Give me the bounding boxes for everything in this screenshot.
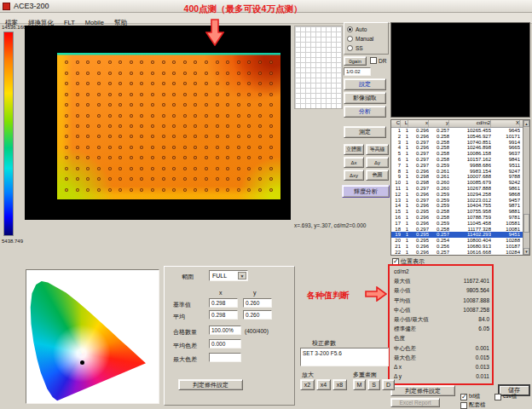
pack-file-checkbox[interactable]: 配套檔 xyxy=(460,401,486,409)
table-cell: 12 xyxy=(391,192,401,198)
table-scrollbar[interactable]: ▲ ▼ xyxy=(523,120,529,255)
measure-point-dot xyxy=(205,60,208,64)
stat-row: 中心值10087.258 xyxy=(391,305,492,314)
color-area-button[interactable]: 色圖 xyxy=(366,170,389,181)
table-cell: 1 xyxy=(401,163,408,169)
table-cell: 0.296 xyxy=(408,203,429,209)
measure-point-dot xyxy=(130,167,133,170)
measure-point-dot xyxy=(172,82,176,85)
zoom-x4-button[interactable]: x4 xyxy=(316,379,331,390)
zoom-x8-button[interactable]: x8 xyxy=(332,379,347,390)
settings-button[interactable]: 設定 xyxy=(344,78,386,90)
zoom-x2-button[interactable]: x2 xyxy=(300,379,315,390)
measure-button[interactable]: 測定 xyxy=(344,126,386,138)
table-row[interactable]: 2210.2960.25710616.66810284 xyxy=(391,250,523,255)
reference-y-input[interactable]: 0.260 xyxy=(243,298,272,308)
delta-x-button[interactable]: Δx xyxy=(344,157,364,168)
measure-point-dot xyxy=(247,146,251,149)
luminance-heatmap[interactable] xyxy=(57,53,280,199)
judge-settings-button[interactable]: 判定條件設定 xyxy=(390,385,455,396)
table-row[interactable]: 210.2960.25810546.92710171 xyxy=(391,134,523,140)
analyze-button[interactable]: 分析 xyxy=(344,106,386,118)
measure-point-dot xyxy=(65,135,68,138)
table-row[interactable]: 1910.2950.25711402.2939451 xyxy=(391,232,523,238)
gain-button[interactable]: 0gain xyxy=(344,56,367,66)
table-row[interactable]: 1110.2970.26010267.8889861 xyxy=(391,186,523,192)
table-cell: 8 xyxy=(391,169,401,175)
image-capture-button[interactable]: 影像擷取 xyxy=(344,92,386,104)
range-select[interactable]: FULL ▼ xyxy=(209,270,248,281)
radio-auto[interactable]: Auto xyxy=(347,25,385,34)
table-cell: 9247 xyxy=(491,169,520,175)
table-row[interactable]: 910.2980.26110007.6889788 xyxy=(391,174,523,180)
table-row[interactable]: 2110.2960.25610680.91310187 xyxy=(391,244,523,250)
multi-d-button[interactable]: D xyxy=(382,379,395,390)
table-row[interactable]: 610.2970.25810157.1629841 xyxy=(391,157,523,163)
table-cell: 9861 xyxy=(491,186,520,192)
table-cell: 0.297 xyxy=(408,163,429,169)
scroll-down-icon[interactable]: ▼ xyxy=(523,248,529,255)
dr-checkbox[interactable]: DR xyxy=(370,57,386,64)
stat-value: 10087.888 xyxy=(463,296,489,305)
table-row[interactable]: 310.2970.25810740.8519914 xyxy=(391,140,523,146)
table-row[interactable]: 410.2960.25810246.8989665 xyxy=(391,145,523,151)
exposure-field[interactable]: 1/0.02 xyxy=(344,67,371,76)
measure-point-dot xyxy=(269,60,273,64)
table-row[interactable]: 510.2970.25810086.1589637 xyxy=(391,151,523,157)
table-row[interactable]: 710.2970.2599988.6869511 xyxy=(391,163,523,169)
measure-point-dot xyxy=(183,114,187,118)
measure-point-dot xyxy=(130,93,133,96)
table-cell: 0.295 xyxy=(408,232,429,238)
measure-point-dot xyxy=(162,156,165,159)
table-row[interactable]: 1610.2960.25810788.7599781 xyxy=(391,215,523,221)
measure-point-dot xyxy=(151,60,154,64)
measure-point-dot xyxy=(162,167,165,170)
scroll-thumb[interactable] xyxy=(523,214,529,233)
contour-button[interactable]: 等高線 xyxy=(366,144,389,155)
table-row[interactable]: 1810.2970.25811177.32810081 xyxy=(391,227,523,233)
scroll-up-icon[interactable]: ▲ xyxy=(523,120,529,127)
table-cell: 1 xyxy=(401,238,408,244)
measurement-points-grid xyxy=(61,57,276,195)
multi-s-button[interactable]: S xyxy=(367,379,380,390)
csv-file-checkbox[interactable]: csv檔 xyxy=(494,393,517,400)
reference-x-input[interactable]: 0.298 xyxy=(209,298,238,308)
measure-point-dot xyxy=(205,124,208,128)
table-cell: 9914 xyxy=(491,140,520,146)
table-row[interactable]: 2010.2950.25410800.40410288 xyxy=(391,238,523,244)
luminance-analysis-button[interactable]: 輝度分析 xyxy=(342,185,390,198)
table-cell: 1 xyxy=(401,145,408,151)
table-row[interactable]: 1010.2980.26010085.6799242 xyxy=(391,180,523,186)
multi-m-button[interactable]: M xyxy=(353,379,366,390)
measure-point-dot xyxy=(216,72,219,75)
excel-report-button[interactable]: Excel Report xyxy=(390,398,440,407)
radio-ss[interactable]: SS xyxy=(347,43,385,53)
view-3d-button[interactable]: 立體圖 xyxy=(344,144,364,155)
table-row[interactable]: 810.2960.2619983.1549247 xyxy=(391,169,523,175)
txt-file-checkbox[interactable]: txt檔 xyxy=(460,393,480,400)
panel-judge-settings-button[interactable]: 判定條件設定 xyxy=(178,379,243,390)
measure-point-dot xyxy=(172,103,176,107)
measure-point-dot xyxy=(151,177,154,181)
table-row[interactable]: 1510.2950.25810755.9589881 xyxy=(391,209,523,215)
table-cell: 11177.328 xyxy=(449,227,491,233)
measure-point-dot xyxy=(140,103,143,107)
average-x-value: 0.298 xyxy=(209,310,238,320)
calibration-value[interactable]: SET 3-200 F5.6 xyxy=(300,348,389,366)
radio-manual[interactable]: Manual xyxy=(347,34,385,43)
table-row[interactable]: 1210.2960.25910294.2589868 xyxy=(391,192,523,198)
radio-manual-label: Manual xyxy=(356,36,373,42)
table-row[interactable]: 1410.2960.25910404.7559871 xyxy=(391,203,523,209)
measure-point-dot xyxy=(205,177,208,181)
measure-point-dot xyxy=(237,82,240,85)
position-display-checkbox[interactable]: 位置表示 xyxy=(392,257,425,266)
delta-xy-button[interactable]: Δxy xyxy=(344,170,364,181)
measure-point-dot xyxy=(119,124,122,128)
measure-point-dot xyxy=(76,146,79,149)
table-row[interactable]: 110.2960.25710265.4559645 xyxy=(391,128,523,134)
table-row[interactable]: 1710.2960.25911045.45810581 xyxy=(391,221,523,227)
table-row[interactable]: 1310.2970.25910223.0129457 xyxy=(391,198,523,204)
table-cell: 17 xyxy=(391,221,401,227)
delta-y-button[interactable]: Δy xyxy=(366,157,389,168)
measure-point-dot xyxy=(226,146,229,149)
